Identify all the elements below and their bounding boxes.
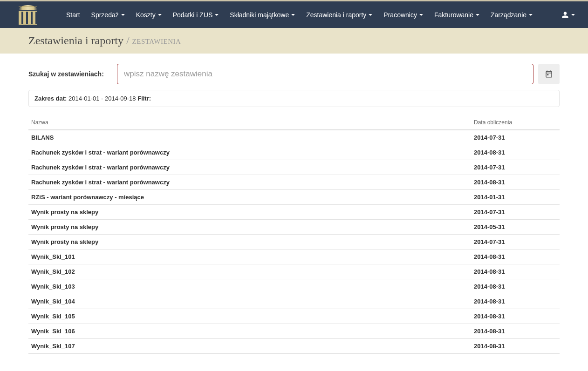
cell-date: 2014-08-31 [471, 279, 560, 294]
breadcrumb-separator: / [126, 34, 130, 47]
table-row[interactable]: BILANS2014-07-31 [28, 130, 560, 145]
nav-item-koszty[interactable]: Koszty [130, 1, 167, 28]
chevron-down-icon [571, 14, 575, 16]
chevron-down-icon [121, 14, 125, 16]
table-row[interactable]: Wynik prosty na sklepy2014-05-31 [28, 220, 560, 235]
date-range-value: 2014-01-01 - 2014-09-18 [68, 95, 136, 102]
nav-item-zarz-dzanie[interactable]: Zarządzanie [485, 1, 538, 28]
chevron-down-icon [215, 14, 219, 16]
page-title: Zestawienia i raporty / ZESTAWIENIA [28, 34, 560, 47]
reports-tbody: BILANS2014-07-31Rachunek zysków i strat … [28, 130, 560, 354]
chevron-down-icon [158, 14, 162, 16]
cell-date: 2014-08-31 [471, 324, 560, 339]
nav-item-label: Zarządzanie [491, 11, 526, 19]
search-input[interactable] [117, 64, 533, 84]
date-range-label: Zakres dat: [34, 95, 67, 102]
chevron-down-icon [529, 14, 533, 16]
cell-name: Wynik prosty na sklepy [28, 220, 471, 235]
nav-item-zestawienia-i-raporty[interactable]: Zestawienia i raporty [301, 1, 378, 28]
cell-date: 2014-08-31 [471, 309, 560, 324]
col-header-name[interactable]: Nazwa [28, 115, 471, 130]
filter-summary: Zakres dat: 2014-01-01 - 2014-09-18 Filt… [28, 90, 560, 107]
table-row[interactable]: Rachunek zysków i strat - wariant porówn… [28, 160, 560, 175]
cell-name: Wynik_Skl_103 [28, 279, 471, 294]
user-icon [561, 11, 569, 19]
cell-date: 2014-08-31 [471, 250, 560, 264]
cell-date: 2014-07-31 [471, 205, 560, 220]
cell-date: 2014-07-31 [471, 160, 560, 175]
cell-name: Rachunek zysków i strat - wariant porówn… [28, 160, 471, 175]
table-row[interactable]: Wynik prosty na sklepy2014-07-31 [28, 205, 560, 220]
chevron-down-icon [369, 14, 372, 16]
cell-date: 2014-08-31 [471, 294, 560, 309]
page-title-main: Zestawienia i raporty [28, 34, 123, 47]
table-row[interactable]: Wynik_Skl_1032014-08-31 [28, 279, 560, 294]
nav-item-podatki-i-zus[interactable]: Podatki i ZUS [167, 1, 225, 28]
cell-name: Wynik_Skl_104 [28, 294, 471, 309]
cell-name: Wynik_Skl_102 [28, 264, 471, 279]
cell-date: 2014-08-31 [471, 145, 560, 160]
cell-date: 2014-08-31 [471, 264, 560, 279]
nav-item-label: Fakturowanie [434, 11, 473, 19]
table-row[interactable]: Wynik_Skl_1012014-08-31 [28, 250, 560, 264]
cell-date: 2014-08-31 [471, 339, 560, 354]
chevron-down-icon [291, 14, 295, 16]
nav-item-start[interactable]: Start [61, 1, 86, 28]
filter-label: Filtr: [137, 95, 151, 102]
cell-name: Wynik prosty na sklepy [28, 205, 471, 220]
table-row[interactable]: Rachunek zysków i strat - wariant porówn… [28, 145, 560, 160]
cell-name: Rachunek zysków i strat - wariant porówn… [28, 175, 471, 190]
nav-list: StartSprzedażKosztyPodatki i ZUSSkładnik… [61, 1, 538, 28]
nav-item-fakturowanie[interactable]: Fakturowanie [429, 1, 485, 28]
nav-item-label: Podatki i ZUS [173, 11, 213, 19]
user-menu[interactable] [558, 11, 579, 19]
nav-item-pracownicy[interactable]: Pracownicy [378, 1, 429, 28]
cell-date: 2014-01-31 [471, 190, 560, 205]
col-header-date[interactable]: Data obliczenia [471, 115, 560, 130]
cell-name: Wynik prosty na sklepy [28, 235, 471, 250]
cell-name: BILANS [28, 130, 471, 145]
table-row[interactable]: Rachunek zysków i strat - wariant porówn… [28, 175, 560, 190]
search-row: Szukaj w zestawieniach: [28, 64, 560, 84]
cell-name: Wynik_Skl_101 [28, 250, 471, 264]
calendar-icon [545, 70, 553, 78]
table-row[interactable]: Wynik prosty na sklepy2014-07-31 [28, 235, 560, 250]
cell-name: RZiS - wariant porównawczy - miesiące [28, 190, 471, 205]
page-title-sub: ZESTAWIENIA [132, 38, 181, 45]
cell-name: Wynik_Skl_105 [28, 309, 471, 324]
table-row[interactable]: Wynik_Skl_1042014-08-31 [28, 294, 560, 309]
nav-item-sk-adniki-maj-tkowe[interactable]: Składniki majątkowe [224, 1, 301, 28]
cell-name: Rachunek zysków i strat - wariant porówn… [28, 145, 471, 160]
table-row[interactable]: Wynik_Skl_1022014-08-31 [28, 264, 560, 279]
cell-date: 2014-07-31 [471, 130, 560, 145]
nav-item-label: Składniki majątkowe [230, 11, 289, 19]
date-range-button[interactable] [538, 64, 560, 84]
nav-item-sprzeda-[interactable]: Sprzedaż [86, 1, 130, 28]
page-header-band: Zestawienia i raporty / ZESTAWIENIA [0, 28, 588, 54]
cell-date: 2014-07-31 [471, 235, 560, 250]
app-logo[interactable] [9, 1, 47, 28]
cell-date: 2014-05-31 [471, 220, 560, 235]
cell-date: 2014-08-31 [471, 175, 560, 190]
cell-name: Wynik_Skl_106 [28, 324, 471, 339]
search-label: Szukaj w zestawieniach: [28, 70, 112, 78]
nav-item-label: Zestawienia i raporty [306, 11, 366, 19]
main-navbar: StartSprzedażKosztyPodatki i ZUSSkładnik… [0, 1, 588, 28]
table-row[interactable]: Wynik_Skl_1062014-08-31 [28, 324, 560, 339]
table-row[interactable]: Wynik_Skl_1072014-08-31 [28, 339, 560, 354]
table-row[interactable]: RZiS - wariant porównawczy - miesiące201… [28, 190, 560, 205]
nav-item-label: Pracownicy [383, 11, 417, 19]
reports-table: Nazwa Data obliczenia BILANS2014-07-31Ra… [28, 115, 560, 354]
cell-name: Wynik_Skl_107 [28, 339, 471, 354]
nav-item-label: Sprzedaż [91, 11, 119, 19]
nav-item-label: Start [66, 11, 80, 19]
table-row[interactable]: Wynik_Skl_1052014-08-31 [28, 309, 560, 324]
chevron-down-icon [419, 14, 423, 16]
nav-item-label: Koszty [136, 11, 156, 19]
chevron-down-icon [476, 14, 479, 16]
